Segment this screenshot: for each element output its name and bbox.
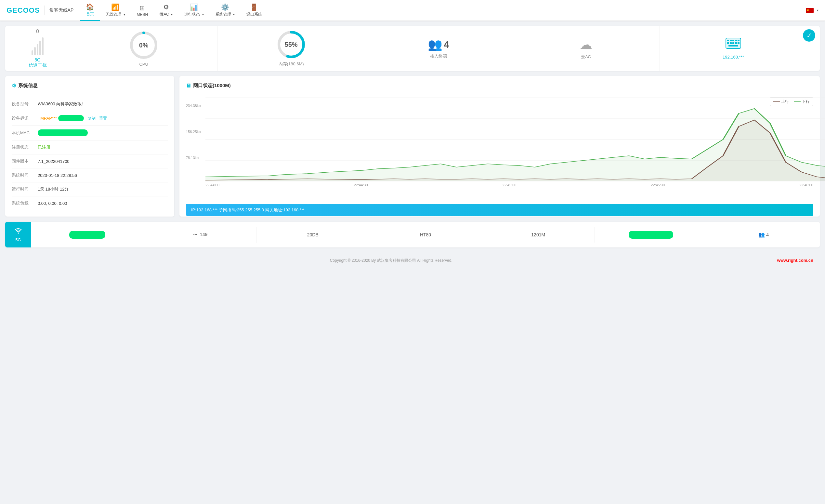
memory-label: 内存(180.6M)	[279, 61, 304, 67]
wireless-row: 5G ●●●●●● 〜 149 20DB HT80 1201M ●●●●●●●●…	[5, 222, 820, 247]
monitor-icon: 🖥	[186, 83, 191, 89]
wireless-signal-cell: 〜 149	[144, 227, 257, 243]
info-row-mac: 本机MAC ●●●●●●●●●●●●	[12, 126, 168, 140]
brand-divider	[45, 6, 45, 15]
x-label-1: 22:44:00	[206, 183, 219, 187]
copyright-text: Copyright © 2016-2020 By 武汉集客科技有限公司 All …	[330, 258, 452, 263]
info-table: 设备型号 WIA3600 向科学家致敬! 设备标识 TMPAP*** ●●●●●…	[12, 97, 168, 210]
x-label-2: 22:44:30	[354, 183, 368, 187]
footer-brand[interactable]: www.right.com.cn	[777, 258, 813, 263]
legend-down-line	[794, 101, 801, 102]
value-model: WIA3600 向科学家致敬!	[38, 101, 168, 107]
mesh-icon: ⊞	[139, 4, 145, 12]
svg-rect-10	[727, 42, 729, 44]
info-row-load: 系统负载 0.00, 0.00, 0.00	[12, 196, 168, 210]
channel-bar: 0 5G 信道干扰	[28, 28, 47, 68]
legend-up: 上行	[773, 99, 789, 104]
nav-label-microac: 微AC ▾	[160, 12, 173, 17]
wireless-clients-cell: 👥 4	[707, 226, 820, 243]
info-row-systime: 系统时间 2023-01-18 22:28:56	[12, 168, 168, 183]
nav-item-mesh[interactable]: ⊞ MESH	[131, 0, 154, 21]
bar2	[34, 47, 36, 55]
nav-label-status: 运行状态 ▾	[184, 12, 204, 17]
value-firmware: 7.1_2022041700	[38, 159, 168, 164]
cloud-icon: ☁	[579, 37, 592, 52]
nav-item-microac[interactable]: ⚙ 微AC ▾	[154, 0, 178, 21]
mac-address-blur: ●●●●●●●●●●●●	[38, 129, 88, 136]
value-id: TMPAP*** ●●●●● 复制 重置	[38, 115, 168, 121]
svg-rect-6	[730, 40, 732, 41]
value-mac: ●●●●●●●●●●●●	[38, 129, 168, 136]
stat-ac-management: 192.168.***	[660, 26, 820, 71]
logout-icon: 🚪	[250, 3, 258, 11]
label-firmware: 固件版本	[12, 158, 38, 164]
x-label-5: 22:46:00	[799, 183, 813, 187]
check-badge: ✓	[803, 29, 815, 42]
legend-down: 下行	[794, 99, 810, 104]
svg-rect-14	[738, 42, 740, 44]
main-content: ⚙ 系统信息 设备型号 WIA3600 向科学家致敬! 设备标识 TMPAP**…	[5, 76, 820, 217]
rate-value: 1201M	[531, 232, 545, 237]
wireless-band-label: 5G	[15, 237, 21, 242]
cpu-label: CPU	[139, 62, 148, 67]
brand-logo: GECOOS	[6, 6, 40, 15]
wifi-tab-icon	[14, 227, 23, 236]
nav-item-status[interactable]: 📊 运行状态 ▾	[178, 0, 209, 21]
cpu-gauge: 0%	[129, 30, 158, 60]
device-id-text: TMPAP***	[38, 116, 57, 121]
legend-up-line	[773, 101, 780, 102]
system-info-title: ⚙ 系统信息	[12, 83, 168, 92]
label-load: 系统负载	[12, 200, 38, 206]
value-load: 0.00, 0.00, 0.00	[38, 201, 168, 206]
wireless-rate-cell: 1201M	[482, 227, 595, 242]
value-uptime: 1天 18小时 12分	[38, 186, 168, 192]
cpu-percent: 0%	[139, 41, 149, 49]
device-id-blur: ●●●●●	[58, 115, 84, 121]
ac-management-icon	[725, 38, 741, 53]
label-model: 设备型号	[12, 101, 38, 107]
svg-rect-9	[738, 40, 740, 41]
footer: Copyright © 2016-2020 By 武汉集客科技有限公司 All …	[0, 253, 825, 269]
nav-item-sysmanage[interactable]: ⚙️ 系统管理 ▾	[210, 0, 240, 21]
wireless-bssid-cell: ●●●●●●●●●	[595, 226, 708, 244]
chevron-down-icon-3: ▾	[202, 13, 204, 16]
clients-count: 4	[766, 232, 769, 237]
network-title: 🖥 网口状态(1000M)	[186, 83, 813, 92]
net-info-bar: IP:192.168.*** 子网掩码:255.255.255.0 网关地址:1…	[186, 204, 813, 216]
svg-rect-8	[735, 40, 737, 41]
info-row-firmware: 固件版本 7.1_2022041700	[12, 154, 168, 168]
cloud-label: 云AC	[581, 54, 591, 60]
network-panel: 🖥 网口状态(1000M) 上行 下行 234.38kb 156.25kb 78…	[179, 76, 820, 217]
y-label-3: 78.13kb	[186, 156, 201, 160]
chart-legend: 上行 下行	[770, 97, 813, 106]
stat-terminals: 👥 4 接入终端	[365, 26, 512, 71]
channel-count: 0	[36, 28, 39, 34]
wireless-cells: ●●●●●● 〜 149 20DB HT80 1201M ●●●●●●●●● 👥…	[31, 226, 820, 244]
y-axis-labels: 234.38kb 156.25kb 78.13kb	[186, 104, 201, 182]
bar5	[42, 38, 44, 55]
nav-item-home[interactable]: 🏠 首页	[80, 0, 100, 21]
nav-item-logout[interactable]: 🚪 退出系统	[240, 0, 268, 21]
sysmanage-icon: ⚙️	[221, 3, 229, 11]
channel-label: 5G 信道干扰	[28, 57, 47, 68]
channel-bars-visual	[31, 36, 44, 55]
power-value: 20DB	[307, 232, 318, 237]
wireless-tab-5g[interactable]: 5G	[5, 222, 31, 247]
nav-label-home: 首页	[86, 11, 94, 17]
wireless-bandwidth-cell: HT80	[369, 227, 482, 242]
network-chart-svg	[206, 97, 825, 182]
wifi-icon-svg	[14, 227, 23, 234]
label-regstatus: 注册状态	[12, 144, 38, 150]
memory-percent: 55%	[285, 41, 298, 49]
value-systime: 2023-01-18 22:28:56	[38, 173, 168, 178]
copy-button[interactable]: 复制	[88, 116, 95, 121]
reset-button[interactable]: 重置	[99, 116, 107, 121]
svg-rect-12	[732, 42, 734, 44]
nav-item-wireless[interactable]: 📶 无线管理 ▾	[100, 0, 131, 21]
svg-rect-7	[732, 40, 734, 41]
chevron-down-icon-4: ▾	[233, 13, 235, 16]
gear-icon: ⚙	[12, 83, 16, 89]
dropdown-arrow-lang: ▾	[817, 8, 819, 12]
flag-icon[interactable]	[806, 8, 814, 13]
stat-memory: 55% 内存(180.6M)	[217, 26, 365, 71]
